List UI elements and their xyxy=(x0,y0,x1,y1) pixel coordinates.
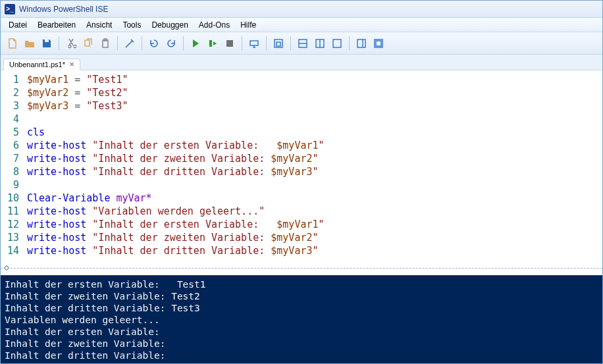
maximize-pane-icon[interactable] xyxy=(371,36,386,51)
remote-icon[interactable] xyxy=(246,36,262,51)
menu-item-tools[interactable]: Tools xyxy=(117,19,146,31)
code-line: 4 xyxy=(1,113,602,126)
toolbar-separator xyxy=(183,36,184,51)
line-number: 12 xyxy=(1,218,27,231)
code-line: 2$myVar2 = "Test2" xyxy=(1,86,602,99)
save-icon[interactable] xyxy=(39,36,55,51)
toolbar xyxy=(1,32,602,55)
line-number: 14 xyxy=(1,244,27,257)
console-pane[interactable]: Inhalt der ersten Variable: Test1 Inhalt… xyxy=(1,276,602,364)
code-line: 8write-host "Inhalt der dritten Variable… xyxy=(1,165,602,178)
code-line: 6write-host "Inhalt der ersten Variable:… xyxy=(1,139,602,152)
code-content[interactable]: $myVar1 = "Test1" xyxy=(27,73,602,86)
line-number: 9 xyxy=(1,178,27,192)
toolbar-separator xyxy=(117,36,118,51)
code-line: 1$myVar1 = "Test1" xyxy=(1,73,602,86)
run-selection-icon[interactable] xyxy=(205,36,221,51)
code-content[interactable]: write-host "Variablen werden geleert..." xyxy=(27,205,602,218)
code-content[interactable] xyxy=(27,113,602,126)
toolbar-separator xyxy=(349,36,350,51)
code-content[interactable]: write-host "Inhalt der ersten Variable: … xyxy=(27,139,602,152)
new-tab-icon[interactable] xyxy=(271,36,286,51)
line-number: 8 xyxy=(1,165,27,178)
code-line: 12write-host "Inhalt der ersten Variable… xyxy=(1,218,602,231)
commands-pane-icon[interactable] xyxy=(354,36,369,51)
line-number: 11 xyxy=(1,205,27,218)
line-number: 7 xyxy=(1,152,27,165)
redo-icon[interactable] xyxy=(163,36,179,51)
title-bar: >_ Windows PowerShell ISE xyxy=(1,1,602,18)
close-tab-icon[interactable]: ✕ xyxy=(69,61,74,68)
code-content[interactable]: cls xyxy=(27,126,602,139)
line-number: 2 xyxy=(1,86,27,99)
code-content[interactable]: $myVar3 = "Test3" xyxy=(27,99,602,113)
code-line: 5cls xyxy=(1,126,602,139)
code-content[interactable]: Clear-Variable myVar* xyxy=(27,192,602,205)
line-number: 10 xyxy=(1,192,27,205)
line-number: 3 xyxy=(1,99,27,113)
menu-bar: DateiBearbeitenAnsichtToolsDebuggenAdd-O… xyxy=(1,18,602,32)
line-number: 13 xyxy=(1,231,27,244)
menu-item-datei[interactable]: Datei xyxy=(3,19,32,31)
code-line: 13write-host "Inhalt der zweiten Variabl… xyxy=(1,231,602,244)
new-file-icon[interactable] xyxy=(5,36,20,51)
menu-item-ansicht[interactable]: Ansicht xyxy=(81,19,117,31)
toolbar-separator xyxy=(142,36,142,51)
toolbar-separator xyxy=(290,36,291,51)
window-title: Windows PowerShell ISE xyxy=(19,5,108,14)
layout2-icon[interactable] xyxy=(312,36,328,51)
pane-splitter[interactable] xyxy=(1,268,602,276)
code-content[interactable]: $myVar2 = "Test2" xyxy=(27,86,602,99)
menu-item-hilfe[interactable]: Hilfe xyxy=(235,19,261,31)
toolbar-separator xyxy=(266,36,267,51)
code-line: 11write-host "Variablen werden geleert..… xyxy=(1,205,602,218)
file-tab[interactable]: Unbenannt1.ps1* ✕ xyxy=(3,59,80,70)
menu-item-add-ons[interactable]: Add-Ons xyxy=(194,19,235,31)
line-number: 6 xyxy=(1,139,27,152)
code-content[interactable]: write-host "Inhalt der dritten Variable:… xyxy=(27,165,602,178)
code-line: 3$myVar3 = "Test3" xyxy=(1,99,602,113)
line-number: 1 xyxy=(1,73,27,86)
toolbar-separator xyxy=(242,36,242,51)
line-number: 4 xyxy=(1,113,27,126)
copy-icon[interactable] xyxy=(80,36,96,51)
code-content[interactable]: write-host "Inhalt der zweiten Variable:… xyxy=(27,231,602,244)
menu-item-bearbeiten[interactable]: Bearbeiten xyxy=(32,19,81,31)
code-content[interactable]: write-host "Inhalt der zweiten Variable:… xyxy=(27,152,602,165)
code-line: 10Clear-Variable myVar* xyxy=(1,192,602,205)
layout3-icon[interactable] xyxy=(329,36,345,51)
stop-icon[interactable] xyxy=(222,36,238,51)
tab-label: Unbenannt1.ps1* xyxy=(9,61,65,68)
code-line: 7write-host "Inhalt der zweiten Variable… xyxy=(1,152,602,165)
code-line: 9 xyxy=(1,178,602,192)
tab-strip: Unbenannt1.ps1* ✕ xyxy=(1,55,602,70)
run-icon[interactable] xyxy=(188,36,203,51)
powershell-icon: >_ xyxy=(5,4,15,14)
clear-icon[interactable] xyxy=(122,36,138,51)
open-file-icon[interactable] xyxy=(22,36,38,51)
code-content[interactable]: write-host "Inhalt der ersten Variable: … xyxy=(27,218,602,231)
layout1-icon[interactable] xyxy=(295,36,311,51)
code-content[interactable]: write-host "Inhalt der dritten Variable:… xyxy=(27,244,602,257)
menu-item-debuggen[interactable]: Debuggen xyxy=(146,19,193,31)
code-content[interactable] xyxy=(27,178,602,192)
cut-icon[interactable] xyxy=(63,36,79,51)
undo-icon[interactable] xyxy=(146,36,162,51)
paste-icon[interactable] xyxy=(97,36,113,51)
script-editor[interactable]: 1$myVar1 = "Test1"2$myVar2 = "Test2"3$my… xyxy=(1,70,602,268)
line-number: 5 xyxy=(1,126,27,139)
code-line: 14write-host "Inhalt der dritten Variabl… xyxy=(1,244,602,257)
toolbar-separator xyxy=(59,36,59,51)
